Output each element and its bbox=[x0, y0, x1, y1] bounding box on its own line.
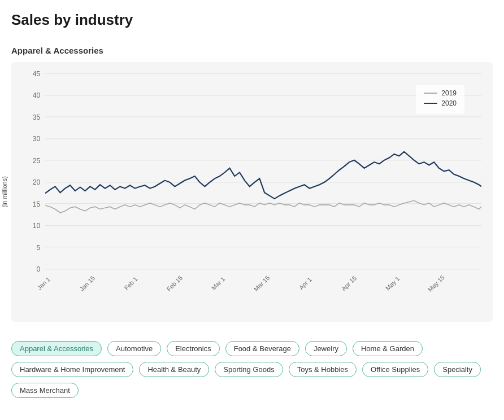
tag-food-beverage[interactable]: Food & Beverage bbox=[225, 341, 299, 356]
tag-health-beauty[interactable]: Health & Beauty bbox=[139, 362, 209, 377]
line-2020 bbox=[45, 152, 481, 199]
legend-line-2019 bbox=[424, 93, 437, 94]
svg-text:25: 25 bbox=[33, 157, 41, 165]
svg-text:May 15: May 15 bbox=[427, 274, 446, 293]
legend-label-2019: 2019 bbox=[441, 89, 457, 97]
svg-text:Mar 1: Mar 1 bbox=[210, 275, 226, 291]
line-2019 bbox=[45, 200, 481, 213]
legend-item-2019: 2019 bbox=[424, 89, 457, 97]
tags-container: Apparel & AccessoriesAutomotiveElectroni… bbox=[11, 339, 493, 398]
legend-line-2020 bbox=[424, 103, 437, 104]
svg-text:5: 5 bbox=[36, 244, 40, 252]
svg-text:Apr 1: Apr 1 bbox=[298, 276, 313, 291]
chart-legend: 2019 2020 bbox=[416, 85, 464, 114]
svg-text:Apr 15: Apr 15 bbox=[340, 275, 358, 292]
svg-text:10: 10 bbox=[33, 222, 41, 230]
tag-apparel-accessories[interactable]: Apparel & Accessories bbox=[11, 341, 102, 356]
chart-container: Order Value(in millions) 0 5 10 15 20 25… bbox=[11, 62, 493, 322]
svg-text:45: 45 bbox=[33, 71, 41, 78]
tag-sporting-goods[interactable]: Sporting Goods bbox=[215, 362, 283, 377]
svg-text:Feb 1: Feb 1 bbox=[123, 275, 138, 291]
tag-automotive[interactable]: Automotive bbox=[107, 341, 161, 356]
tag-hardware-home-improvement[interactable]: Hardware & Home Improvement bbox=[11, 362, 133, 377]
tag-specialty[interactable]: Specialty bbox=[434, 362, 481, 377]
svg-text:0: 0 bbox=[36, 265, 40, 273]
legend-item-2020: 2020 bbox=[424, 99, 457, 107]
tag-toys-hobbies[interactable]: Toys & Hobbies bbox=[289, 362, 357, 377]
chart-area: 0 5 10 15 20 25 30 35 40 45 Jan 1 Jan 15… bbox=[45, 73, 481, 294]
svg-text:Jan 15: Jan 15 bbox=[78, 274, 96, 292]
svg-text:Jan 1: Jan 1 bbox=[36, 275, 51, 291]
legend-label-2020: 2020 bbox=[441, 99, 457, 107]
svg-text:May 1: May 1 bbox=[384, 275, 401, 291]
chart-section-label: Apparel & Accessories bbox=[11, 46, 493, 55]
tag-home-garden[interactable]: Home & Garden bbox=[353, 341, 423, 356]
svg-text:Mar 15: Mar 15 bbox=[253, 274, 271, 292]
y-axis-label: Order Value(in millions) bbox=[0, 176, 9, 209]
svg-text:Feb 15: Feb 15 bbox=[165, 274, 184, 292]
tag-mass-merchant[interactable]: Mass Merchant bbox=[11, 383, 79, 398]
tag-electronics[interactable]: Electronics bbox=[167, 341, 220, 356]
tag-office-supplies[interactable]: Office Supplies bbox=[362, 362, 428, 377]
svg-text:20: 20 bbox=[33, 178, 41, 186]
page-title: Sales by industry bbox=[11, 11, 493, 29]
tag-jewelry[interactable]: Jewelry bbox=[305, 341, 347, 356]
svg-text:30: 30 bbox=[33, 135, 41, 143]
svg-text:35: 35 bbox=[33, 113, 41, 121]
svg-text:40: 40 bbox=[33, 91, 41, 99]
svg-text:15: 15 bbox=[33, 200, 41, 208]
